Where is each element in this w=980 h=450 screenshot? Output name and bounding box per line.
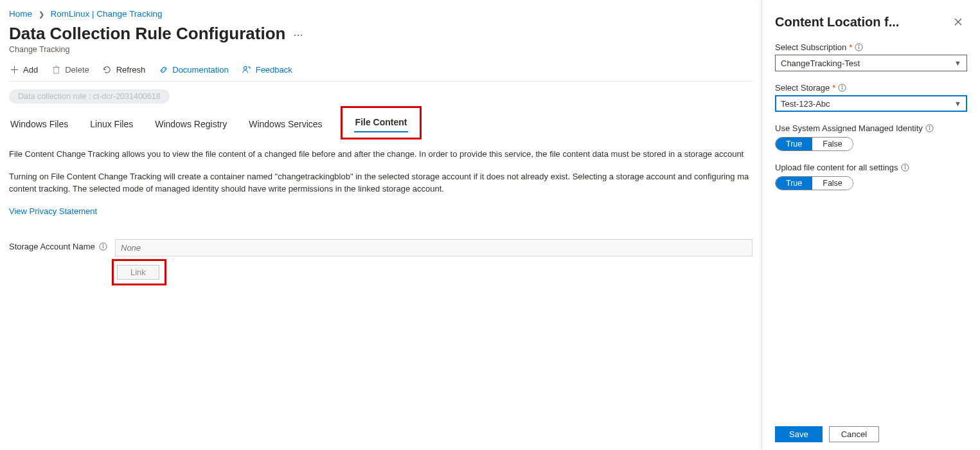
tab-windows-services[interactable]: Windows Services [247, 115, 323, 134]
storage-account-name-label: Storage Account Name [9, 239, 115, 251]
panel-title: Content Location f... [775, 15, 899, 30]
feedback-label: Feedback [256, 65, 292, 75]
breadcrumb-current-link[interactable]: RomLinux | Change Tracking [51, 9, 163, 19]
managed-identity-toggle[interactable]: True False [775, 137, 853, 151]
tab-windows-registry[interactable]: Windows Registry [154, 115, 228, 134]
upload-file-content-label: Upload file content for all settings [775, 163, 967, 172]
documentation-label: Documentation [172, 65, 228, 75]
select-storage-value: Test-123-Abc [781, 99, 830, 109]
upload-file-content-false[interactable]: False [812, 177, 853, 190]
dcr-chip: Data collection rule : ct-dcr-2031400618 [9, 89, 170, 104]
chevron-right-icon: ❯ [35, 10, 48, 18]
link-icon [158, 64, 168, 75]
description-paragraph-1: File Content Change Tracking allows you … [9, 148, 753, 161]
link-button-highlight: Link [112, 259, 166, 285]
info-icon[interactable] [925, 124, 934, 132]
managed-identity-false[interactable]: False [812, 138, 853, 150]
storage-account-name-input[interactable] [115, 239, 753, 256]
upload-file-content-true[interactable]: True [776, 177, 812, 190]
chevron-down-icon: ▼ [954, 100, 961, 107]
select-subscription-label: Select Subscription * [775, 42, 967, 52]
svg-rect-2 [53, 67, 58, 73]
feedback-link[interactable]: Feedback [242, 64, 292, 75]
breadcrumb: Home ❯ RomLinux | Change Tracking [9, 6, 753, 24]
tab-windows-files[interactable]: Windows Files [9, 115, 69, 134]
page-subtitle: Change Tracking [9, 45, 753, 54]
save-button[interactable]: Save [775, 426, 823, 442]
info-icon[interactable] [901, 163, 909, 172]
command-bar: Add Delete Refresh Documentation [9, 60, 753, 82]
chevron-down-icon: ▼ [954, 59, 961, 67]
documentation-link[interactable]: Documentation [158, 64, 228, 75]
info-icon[interactable] [99, 242, 107, 251]
cancel-button[interactable]: Cancel [829, 426, 879, 442]
delete-button[interactable]: Delete [51, 64, 89, 75]
tab-file-content-highlight: File Content [341, 106, 422, 140]
content-location-panel: Content Location f... Select Subscriptio… [762, 0, 980, 450]
svg-point-19 [929, 126, 930, 127]
refresh-button[interactable]: Refresh [102, 64, 146, 75]
refresh-icon [102, 64, 112, 75]
breadcrumb-home-link[interactable]: Home [9, 9, 32, 19]
add-button[interactable]: Add [9, 64, 38, 75]
info-icon[interactable] [855, 43, 863, 51]
select-subscription-value: ChangeTracking-Test [781, 59, 860, 68]
add-label: Add [23, 65, 38, 75]
svg-point-16 [842, 86, 842, 86]
link-button[interactable]: Link [117, 265, 159, 280]
required-indicator: * [849, 42, 852, 52]
managed-identity-true[interactable]: True [776, 138, 812, 150]
more-actions-button[interactable]: ... [293, 26, 303, 42]
info-icon[interactable] [838, 84, 846, 92]
privacy-statement-link[interactable]: View Privacy Statement [9, 206, 97, 216]
svg-point-5 [244, 66, 247, 69]
close-panel-button[interactable] [949, 13, 967, 31]
description-paragraph-2: Turning on File Content Change Tracking … [9, 171, 753, 195]
refresh-label: Refresh [116, 65, 146, 75]
upload-file-content-toggle[interactable]: True False [775, 176, 853, 190]
select-storage-dropdown[interactable]: Test-123-Abc ▼ [775, 95, 967, 112]
page-title: Data Collection Rule Configuration [9, 24, 285, 44]
svg-point-8 [103, 245, 103, 246]
select-storage-label: Select Storage * [775, 83, 967, 93]
tabs: Windows Files Linux Files Windows Regist… [9, 111, 753, 134]
managed-identity-label: Use System Assigned Managed Identity [775, 123, 967, 133]
tab-linux-files[interactable]: Linux Files [89, 115, 134, 134]
tab-description: File Content Change Tracking allows you … [9, 148, 753, 217]
tab-file-content[interactable]: File Content [354, 113, 409, 132]
required-indicator: * [832, 83, 835, 93]
svg-point-13 [859, 45, 859, 46]
trash-icon [51, 64, 61, 75]
feedback-icon [242, 64, 252, 75]
delete-label: Delete [65, 65, 89, 75]
svg-point-22 [904, 165, 905, 166]
select-subscription-dropdown[interactable]: ChangeTracking-Test ▼ [775, 55, 967, 71]
plus-icon [9, 64, 19, 75]
